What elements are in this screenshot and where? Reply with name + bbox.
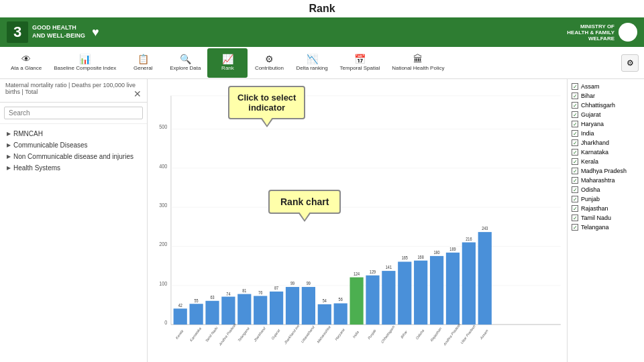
- svg-text:Andhra Pradesh: Andhra Pradesh: [219, 322, 237, 347]
- legend-item[interactable]: ✓ Haryana: [572, 119, 640, 129]
- legend-checkbox[interactable]: ✓: [572, 93, 578, 99]
- legend-label: Telangana: [581, 224, 609, 231]
- legend-item[interactable]: ✓ Kerala: [572, 157, 640, 166]
- svg-text:Jharkhand ext: Jharkhand ext: [284, 323, 300, 345]
- nav-items: 👁 Ata a Glance 📊 Baseline Composite Inde…: [5, 48, 449, 78]
- nav-label-general: General: [133, 66, 152, 72]
- nav-label-baseline: Baseline Composite Index: [54, 66, 116, 72]
- close-indicator-button[interactable]: ✕: [133, 88, 142, 99]
- legend-item[interactable]: ✓ Tamil Nadu: [572, 213, 640, 223]
- svg-rect-17: [190, 304, 203, 324]
- legend-item[interactable]: ✓ Assam: [572, 82, 640, 91]
- nav-item-rank[interactable]: 📈 Rank: [207, 48, 248, 78]
- nav-item-baseline[interactable]: 📊 Baseline Composite Index: [48, 48, 121, 78]
- nav-item-national[interactable]: 🏛 National Health Policy: [386, 48, 449, 78]
- indicator-title-bar: Maternal mortality ratio | Deaths per 10…: [0, 79, 147, 103]
- svg-text:243: 243: [482, 225, 488, 231]
- right-legend: ✓ Assam ✓ Bihar ✓ Chhattisgarh ✓ Gujarat…: [567, 79, 644, 362]
- legend-checkbox[interactable]: ✓: [572, 215, 578, 221]
- legend-checkbox[interactable]: ✓: [572, 196, 578, 202]
- settings-button[interactable]: ⚙: [621, 54, 639, 72]
- legend-item[interactable]: ✓ Maharashtra: [572, 176, 640, 185]
- nav-label-ata-glance: Ata a Glance: [11, 66, 42, 72]
- svg-text:Punjab: Punjab: [367, 328, 376, 340]
- svg-text:42: 42: [178, 302, 182, 308]
- legend-label: Chhattisgarh: [581, 102, 615, 109]
- svg-text:99: 99: [307, 280, 311, 286]
- legend-item[interactable]: ✓ Gujarat: [572, 110, 640, 119]
- nav-item-ata-glance[interactable]: 👁 Ata a Glance: [5, 48, 47, 78]
- svg-text:200: 200: [159, 240, 167, 247]
- legend-checkbox[interactable]: ✓: [572, 130, 578, 137]
- svg-rect-14: [174, 308, 187, 324]
- nav-label-contribution: Contribution: [255, 66, 284, 72]
- search-input[interactable]: [4, 107, 143, 119]
- svg-rect-26: [237, 294, 251, 325]
- legend-item[interactable]: ✓ Chhattisgarh: [572, 101, 640, 110]
- nav-label-national: National Health Policy: [392, 66, 444, 72]
- svg-text:300: 300: [159, 201, 167, 208]
- svg-text:180: 180: [433, 249, 439, 255]
- nav-icon-general: 📋: [138, 54, 149, 64]
- legend-item[interactable]: ✓ India: [572, 129, 640, 138]
- legend-checkbox[interactable]: ✓: [572, 205, 578, 212]
- tree-item[interactable]: ▶ RMNCAH: [4, 128, 143, 139]
- header-left: 3 GOOD HEALTH AND WELL-BEING ♥: [7, 21, 99, 43]
- legend-checkbox[interactable]: ✓: [572, 121, 578, 127]
- svg-rect-44: [334, 303, 347, 324]
- svg-rect-29: [254, 296, 267, 324]
- legend-item[interactable]: ✓ Punjab: [572, 194, 640, 204]
- legend-item[interactable]: ✓ Karnataka: [572, 147, 640, 157]
- legend-item[interactable]: ✓ Odisha: [572, 185, 640, 194]
- main-content: Maternal mortality ratio | Deaths per 10…: [0, 79, 644, 362]
- nav-icon-delta: 📉: [307, 54, 318, 64]
- svg-text:54: 54: [323, 298, 327, 303]
- svg-text:63: 63: [210, 294, 214, 300]
- nav-label-explore: Explore Data: [170, 66, 201, 72]
- nav-item-contribution[interactable]: ⚙ Contribution: [249, 48, 289, 78]
- legend-checkbox[interactable]: ✓: [572, 224, 578, 231]
- legend-item[interactable]: ✓ Rajasthan: [572, 204, 640, 213]
- nav-item-temporal[interactable]: 📅 Temporal Spatial: [335, 48, 386, 78]
- rank-chart-tooltip: Rank chart: [268, 190, 341, 214]
- nav-icon-ata-glance: 👁: [21, 54, 31, 64]
- legend-checkbox[interactable]: ✓: [572, 102, 578, 109]
- tree-arrow: ▶: [7, 131, 11, 137]
- heartbeat-icon: ♥: [92, 25, 99, 40]
- legend-item[interactable]: ✓ Bihar: [572, 91, 640, 101]
- nav-item-explore[interactable]: 🔍 Explore Data: [164, 48, 206, 78]
- legend-checkbox[interactable]: ✓: [572, 111, 578, 118]
- legend-checkbox[interactable]: ✓: [572, 139, 578, 146]
- top-header: 3 GOOD HEALTH AND WELL-BEING ♥ MINISTRY …: [0, 17, 644, 47]
- svg-text:Bihar: Bihar: [400, 329, 408, 339]
- svg-text:0: 0: [164, 318, 167, 326]
- tree-item[interactable]: ▶ Non Communicable disease and injuries: [4, 151, 143, 162]
- svg-rect-47: [350, 278, 363, 324]
- legend-checkbox[interactable]: ✓: [572, 168, 578, 174]
- page-title: Rank: [0, 0, 644, 17]
- nav-icon-contribution: ⚙: [265, 54, 274, 64]
- legend-label: Jharkhand: [581, 139, 609, 146]
- ministry-emblem: 🏛: [619, 23, 637, 42]
- legend-item[interactable]: ✓ Jharkhand: [572, 138, 640, 147]
- nav-item-delta[interactable]: 📉 Delta ranking: [290, 48, 333, 78]
- legend-label: Assam: [581, 83, 600, 90]
- legend-checkbox[interactable]: ✓: [572, 83, 578, 90]
- legend-item[interactable]: ✓ Madhya Pradesh: [572, 166, 640, 176]
- nav-toolbar: 👁 Ata a Glance 📊 Baseline Composite Inde…: [0, 47, 644, 79]
- nav-item-general[interactable]: 📋 General: [123, 48, 163, 78]
- svg-rect-32: [270, 292, 283, 324]
- tree-item[interactable]: ▶ Communicable Diseases: [4, 139, 143, 151]
- tree-item[interactable]: ▶ Health Systems: [4, 162, 143, 174]
- legend-checkbox[interactable]: ✓: [572, 186, 578, 193]
- legend-checkbox[interactable]: ✓: [572, 158, 578, 165]
- nav-icon-explore: 🔍: [180, 54, 191, 64]
- legend-checkbox[interactable]: ✓: [572, 177, 578, 184]
- legend-checkbox[interactable]: ✓: [572, 149, 578, 156]
- legend-item[interactable]: ✓ Telangana: [572, 223, 640, 232]
- svg-text:74: 74: [226, 291, 230, 296]
- legend-label: Kerala: [581, 158, 598, 165]
- nav-icon-temporal: 📅: [354, 54, 366, 64]
- tree-list: ▶ RMNCAH ▶ Communicable Diseases ▶ Non C…: [0, 124, 147, 362]
- search-box: [0, 103, 147, 124]
